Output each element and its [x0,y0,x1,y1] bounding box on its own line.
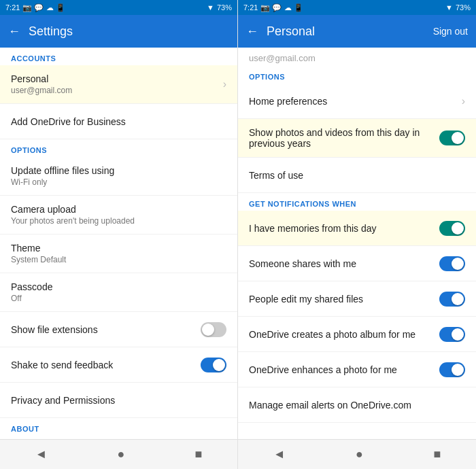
memories-toggle[interactable] [439,221,465,236]
right-section-options: OPTIONS [238,66,476,84]
left-scroll-area: ACCOUNTS Personal user@gmail.com › Add O… [0,48,237,439]
right-status-bar: 7:21 📷 💬 ☁ 📱 ▼ 73% [238,0,476,15]
left-item-theme[interactable]: Theme System Default [0,234,237,273]
left-top-bar: ← Settings [0,15,237,48]
left-item-personal[interactable]: Personal user@gmail.com › [0,65,237,104]
personal-email: user@gmail.com [11,86,223,95]
home-prefs-chevron: › [462,95,465,107]
right-time: 7:21 [243,3,258,12]
left-nav-back[interactable]: ◄ [35,447,48,462]
left-item-offline[interactable]: Update offline files using Wi-Fi only [0,157,237,196]
left-item-shake[interactable]: Shake to send feedback [0,347,237,383]
left-nav-bar: ◄ ● ■ [0,439,237,469]
right-nav-recent[interactable]: ■ [433,447,441,462]
right-sign-out-button[interactable]: Sign out [433,26,468,37]
album-toggle[interactable] [439,327,465,342]
right-item-terms[interactable]: Terms of use [238,158,476,193]
terms-title: Terms of use [249,170,465,181]
left-time: 7:21 [5,3,20,12]
people-edit-toggle[interactable] [439,292,465,307]
left-item-file-ext[interactable]: Show file extensions [0,312,237,347]
left-battery: 73% [217,3,232,12]
left-panel: 7:21 📷 💬 ☁ 📱 ▼ 73% ← Settings ACCOUNTS P… [0,0,238,469]
left-page-title: Settings [29,24,229,39]
shake-toggle[interactable] [201,358,226,372]
right-item-manage-email[interactable]: Manage email alerts on OneDrive.com [238,387,476,423]
shake-title: Shake to send feedback [11,360,201,370]
right-item-show-photos[interactable]: Show photos and videos from this day in … [238,119,476,158]
passcode-title: Passcode [11,281,226,292]
camera-title: Camera upload [11,204,226,215]
right-item-memories[interactable]: I have memories from this day [238,211,476,246]
right-item-home-prefs[interactable]: Home preferences › [238,84,476,119]
memories-title: I have memories from this day [249,223,439,234]
personal-chevron: › [223,78,226,90]
file-ext-title: Show file extensions [11,324,201,335]
right-item-shares-me[interactable]: Someone shares with me [238,246,476,281]
left-icons: 📷 💬 ☁ 📱 [22,3,65,12]
offline-subtitle: Wi-Fi only [11,177,226,187]
right-panel: 7:21 📷 💬 ☁ 📱 ▼ 73% ← Personal Sign out u… [238,0,476,469]
right-wifi: ▼ [445,3,453,12]
people-edit-title: People edit my shared files [249,294,439,305]
right-item-enhances[interactable]: OneDrive enhances a photo for me [238,352,476,387]
left-item-passcode[interactable]: Passcode Off [0,273,237,312]
left-nav-home[interactable]: ● [118,447,125,462]
manage-email-title: Manage email alerts on OneDrive.com [249,400,465,411]
shares-me-title: Someone shares with me [249,258,439,269]
left-back-button[interactable]: ← [8,24,20,39]
left-item-add-business[interactable]: Add OneDrive for Business [0,104,237,139]
right-top-bar: ← Personal Sign out [238,15,476,48]
right-page-title: Personal [267,24,433,39]
home-prefs-title: Home preferences [249,96,462,107]
left-item-privacy[interactable]: Privacy and Permissions [0,383,237,418]
add-business-title: Add OneDrive for Business [11,116,226,127]
right-item-people-edit[interactable]: People edit my shared files [238,281,476,317]
shares-me-toggle[interactable] [439,256,465,271]
privacy-title: Privacy and Permissions [11,395,226,406]
left-nav-recent[interactable]: ■ [195,447,203,462]
show-photos-title: Show photos and videos from this day in … [249,127,439,149]
right-battery: 73% [456,3,471,12]
offline-title: Update offline files using [11,165,226,176]
camera-subtitle: Your photos aren't being uploaded [11,216,226,226]
left-wifi: ▼ [207,3,214,12]
right-back-button[interactable]: ← [246,24,258,39]
left-status-bar: 7:21 📷 💬 ☁ 📱 ▼ 73% [0,0,237,15]
theme-title: Theme [11,243,226,254]
right-scroll-area: user@gmail.com OPTIONS Home preferences … [238,48,476,439]
right-icons: 📷 💬 ☁ 📱 [260,3,303,12]
left-section-options: OPTIONS [0,139,237,157]
file-ext-toggle[interactable] [201,322,226,337]
album-title: OneDrive creates a photo album for me [249,329,439,340]
left-section-accounts: ACCOUNTS [0,48,237,65]
left-item-camera[interactable]: Camera upload Your photos aren't being u… [0,196,237,234]
right-nav-back[interactable]: ◄ [273,447,286,462]
show-photos-toggle[interactable] [439,131,465,145]
enhances-title: OneDrive enhances a photo for me [249,364,439,375]
right-section-notifications: GET NOTIFICATIONS WHEN [238,193,476,211]
right-nav-home[interactable]: ● [356,447,363,462]
right-email: user@gmail.com [238,48,476,66]
passcode-subtitle: Off [11,294,226,303]
right-item-album[interactable]: OneDrive creates a photo album for me [238,317,476,352]
personal-title: Personal [11,73,223,84]
theme-subtitle: System Default [11,255,226,264]
left-section-about: ABOUT [0,418,237,436]
right-nav-bar: ◄ ● ■ [238,439,476,469]
enhances-toggle[interactable] [439,362,465,377]
